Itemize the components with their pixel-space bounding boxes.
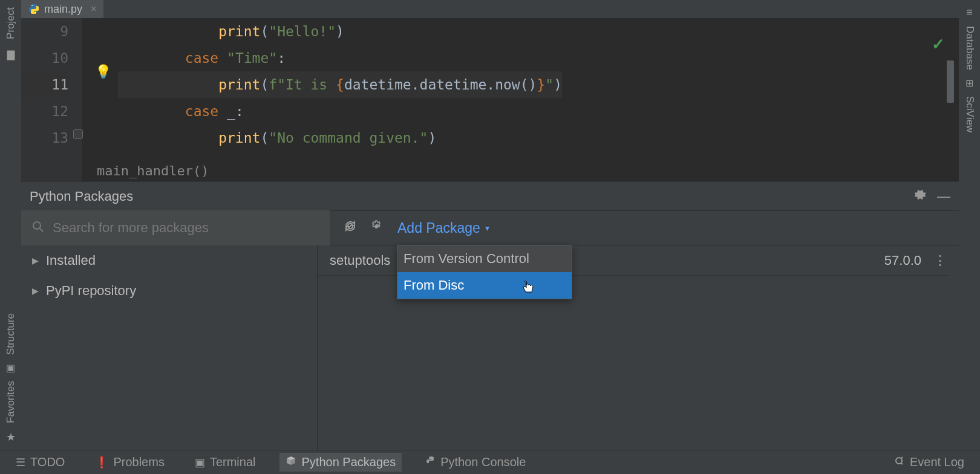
fold-handle-icon[interactable] — [73, 129, 83, 139]
gutter: 9 10 11 12 13 — [21, 18, 82, 181]
analysis-ok-icon[interactable]: ✓ — [932, 35, 945, 54]
favorites-label: Favorites — [5, 381, 17, 423]
tree-label: Installed — [46, 253, 96, 268]
gear-icon[interactable] — [914, 189, 926, 204]
add-package-button[interactable]: Add Package ▾ — [397, 220, 489, 236]
tab-close-icon[interactable]: × — [91, 4, 96, 15]
svg-line-3 — [40, 229, 43, 232]
terminal-icon: ▣ — [195, 456, 205, 469]
svg-point-1 — [35, 12, 36, 13]
line-number: 11 — [21, 71, 68, 98]
token: print — [218, 77, 260, 93]
more-icon[interactable]: ⋮ — [933, 253, 947, 268]
panel-title: Python Packages — [30, 189, 133, 204]
line-number: 12 — [21, 98, 68, 125]
token: datetime.datetime.now() — [344, 77, 537, 93]
bottom-terminal[interactable]: ▣ Terminal — [189, 453, 262, 472]
packages-scrollbar[interactable] — [949, 245, 958, 450]
package-version: 57.0.0 — [884, 253, 921, 268]
bottom-label: Problems — [113, 455, 164, 469]
left-toolbar: Project Structure ▣ Favorites ★ — [0, 0, 21, 450]
bottom-problems[interactable]: ❗ Problems — [89, 453, 170, 472]
sciview-tool[interactable]: SciView — [964, 96, 976, 132]
search-icon — [32, 221, 44, 236]
tab-filename: main.py — [44, 3, 82, 16]
bottom-bar: ☰ TODO ❗ Problems ▣ Terminal Python Pack… — [0, 450, 980, 474]
add-package-dropdown: From Version Control From Disc — [397, 245, 572, 299]
line-number: 13 — [21, 125, 68, 151]
svg-point-0 — [31, 5, 33, 6]
svg-point-5 — [896, 458, 902, 464]
python-icon — [426, 456, 436, 469]
project-label: Project — [5, 7, 17, 39]
chevron-down-icon: ▾ — [485, 223, 489, 233]
token: case — [185, 103, 218, 119]
packages-panel-header: Python Packages — — [21, 181, 959, 210]
minimize-icon[interactable]: — — [937, 189, 950, 204]
bottom-label: Event Log — [910, 455, 964, 469]
token: "No command given." — [269, 130, 428, 146]
token: f"It is — [269, 77, 336, 93]
token: "Hello!" — [269, 24, 336, 39]
token: case — [185, 50, 218, 66]
dropdown-item-vcs[interactable]: From Version Control — [397, 245, 572, 272]
bottom-packages[interactable]: Python Packages — [279, 453, 402, 472]
structure-tool[interactable]: Structure — [5, 313, 17, 355]
tree-item-pypi[interactable]: ▶ PyPI repository — [21, 276, 317, 306]
problems-icon: ❗ — [95, 456, 108, 469]
packages-icon — [286, 455, 296, 469]
token: "Time" — [227, 50, 277, 66]
intention-bulb-icon[interactable]: 💡 — [95, 64, 111, 79]
right-toolbar: ≡ Database ⊞ SciView — [959, 0, 980, 450]
tree-label: PyPI repository — [46, 283, 136, 299]
bottom-console[interactable]: Python Console — [420, 453, 532, 472]
python-file-icon — [28, 4, 39, 15]
dropdown-label: From Version Control — [403, 251, 529, 267]
tab-bar: main.py × — [21, 0, 959, 18]
token: _ — [227, 103, 235, 119]
todo-icon: ☰ — [16, 456, 25, 469]
bottom-todo[interactable]: ☰ TODO — [10, 453, 71, 472]
favorites-tool[interactable]: Favorites — [5, 381, 17, 423]
project-tool[interactable]: Project — [5, 7, 17, 39]
token: print — [218, 24, 260, 39]
bottom-label: Python Packages — [301, 455, 396, 469]
code-area[interactable]: print("Hello!") case "Time": print(f"It … — [118, 18, 562, 181]
line-number: 10 — [21, 45, 68, 71]
token: " — [545, 77, 554, 93]
package-name: setuptools — [330, 253, 390, 268]
folder-icon — [7, 50, 15, 60]
search-box[interactable] — [21, 210, 330, 245]
bottom-label: Terminal — [210, 455, 256, 469]
expand-arrow-icon: ▶ — [32, 286, 39, 296]
packages-toolbar: Add Package ▾ — [21, 210, 959, 245]
bottom-eventlog[interactable]: Event Log — [888, 453, 970, 472]
line-number: 9 — [21, 18, 68, 45]
svg-point-2 — [33, 222, 41, 229]
sciview-label: SciView — [964, 96, 976, 132]
indicator-column: 💡 — [82, 18, 118, 181]
editor-scrollbar[interactable] — [947, 60, 954, 103]
add-package-label: Add Package — [397, 220, 480, 236]
database-label: Database — [964, 26, 976, 70]
search-input[interactable] — [53, 220, 330, 236]
refresh-icon[interactable] — [344, 220, 356, 236]
bottom-label: Python Console — [440, 455, 526, 469]
packages-tree: ▶ Installed ▶ PyPI repository — [21, 245, 318, 450]
settings-gear-icon[interactable] — [371, 220, 383, 236]
breadcrumb[interactable]: main_handler() — [97, 163, 209, 178]
database-tool[interactable]: Database — [964, 26, 976, 70]
eventlog-icon — [894, 455, 905, 469]
bottom-label: TODO — [30, 455, 65, 469]
dropdown-item-disc[interactable]: From Disc — [397, 272, 572, 299]
file-tab[interactable]: main.py × — [21, 0, 103, 18]
token: print — [218, 130, 260, 146]
expand-arrow-icon: ▶ — [32, 256, 39, 265]
structure-label: Structure — [5, 313, 17, 355]
dropdown-label: From Disc — [403, 278, 464, 293]
code-editor[interactable]: 9 10 11 12 13 💡 print("Hello!") case "Ti… — [21, 18, 959, 181]
tree-item-installed[interactable]: ▶ Installed — [21, 245, 317, 276]
